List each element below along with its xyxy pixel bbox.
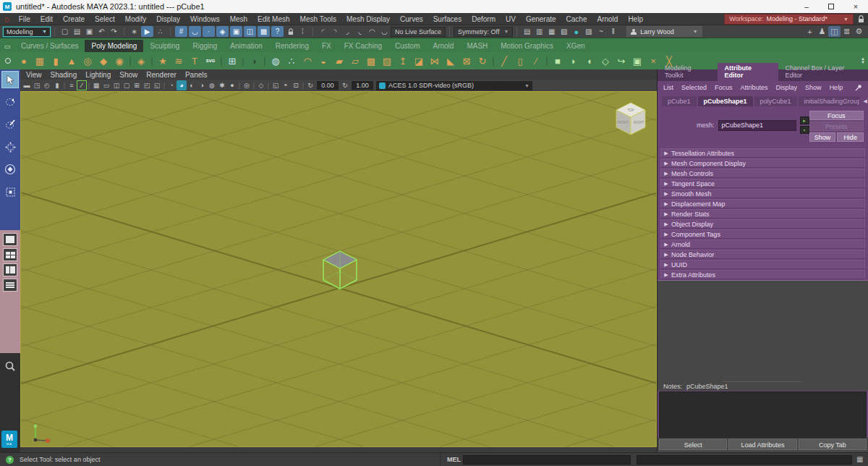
render-sequence-icon[interactable]: ▨ — [582, 26, 595, 37]
output-operations-icon[interactable]: ◟ — [354, 26, 366, 37]
gamma-field[interactable]: 1.00 — [352, 81, 373, 90]
boolean-icon[interactable]: ◑ — [246, 54, 262, 68]
chevron-left-icon[interactable]: ◀ — [864, 98, 867, 104]
camera-attributes-icon[interactable]: ◴ — [42, 80, 52, 90]
circularize-icon[interactable]: ◣ — [443, 54, 459, 68]
close-button[interactable]: × — [843, 0, 868, 13]
menu-item[interactable]: Help — [623, 15, 648, 23]
symmetrize-icon[interactable]: ↪ — [613, 54, 629, 68]
ipr-render-icon[interactable]: ▦ — [545, 26, 558, 37]
scale-tool-button[interactable] — [1, 183, 19, 200]
node-tab[interactable]: initialShadingGroup — [799, 96, 859, 106]
no-live-surface-dropdown[interactable]: No Live Surface — [391, 27, 446, 37]
duplicate-face-icon[interactable]: ▱ — [347, 54, 363, 68]
colorspace-dropdown[interactable]: ACES 1.0 SDR-video (sRGB) ▼ — [376, 81, 532, 90]
select-component-icon[interactable]: ∴ — [154, 26, 166, 37]
focus-button[interactable]: Focus — [809, 111, 864, 120]
channel-box-toggle-icon[interactable]: ⚙ — [853, 26, 865, 37]
shelf-tab[interactable]: Rendering — [269, 40, 315, 52]
move-tool-button[interactable] — [1, 138, 19, 156]
shelf-sep-icon[interactable]: | — [127, 54, 133, 68]
menu-item[interactable]: Cache — [561, 15, 592, 23]
attribute-section-header[interactable]: ▶ Smooth Mesh — [660, 189, 865, 198]
shelf-tab[interactable]: Arnold — [426, 40, 460, 52]
hypershade-icon[interactable]: ● — [570, 26, 582, 37]
menu-item[interactable]: Create — [58, 15, 90, 23]
field-chart-icon[interactable]: ⊞ — [132, 80, 142, 90]
select-camera-icon[interactable]: ▬ — [22, 80, 32, 90]
screen-space-ao-icon[interactable]: ✱ — [217, 80, 227, 90]
gamma-icon[interactable]: ↻ — [340, 80, 350, 90]
average-vertices-icon[interactable]: ▣ — [629, 54, 645, 68]
smooth-icon[interactable]: ▩ — [363, 54, 379, 68]
single-pane-layout-button[interactable] — [3, 233, 17, 246]
menu-item[interactable]: Edit Mesh — [252, 15, 294, 23]
swap-view-icon[interactable]: ◓ — [281, 80, 291, 90]
footer-button[interactable]: Copy Tab — [799, 439, 867, 450]
multi-cut-icon[interactable]: ■ — [550, 54, 566, 68]
pcube-mesh[interactable] — [320, 247, 360, 291]
film-gate-icon[interactable]: ▭ — [101, 80, 111, 90]
menu-item[interactable]: Deform — [467, 15, 501, 23]
snap-curve-icon[interactable]: ◡ — [189, 26, 201, 37]
outliner-layout-button[interactable] — [3, 279, 17, 292]
spin-edge-icon[interactable]: ↻ — [475, 54, 490, 68]
shelf-tab[interactable]: Motion Graphics — [494, 40, 560, 52]
outliner-zoom-button[interactable] — [0, 357, 20, 375]
menu-item[interactable]: Arnold — [592, 15, 623, 23]
attribute-section-header[interactable]: ▶ Component Tags — [660, 229, 865, 239]
poly-torus-icon[interactable]: ◎ — [80, 54, 95, 68]
pin-icon[interactable] — [855, 81, 868, 94]
input-operations-icon[interactable]: ◞ — [341, 26, 354, 37]
attribute-section-header[interactable]: ▶ Extra Attributes — [660, 270, 865, 279]
panel-tab[interactable]: Attribute Editor — [718, 63, 778, 81]
undo-icon[interactable]: ↶ — [95, 26, 108, 37]
shelf-tab[interactable]: MASH — [460, 40, 494, 52]
isolate-select-icon[interactable]: ◎ — [242, 80, 252, 90]
curve-warp-icon[interactable]: ≋ — [171, 54, 187, 68]
lock-selection-icon[interactable] — [284, 26, 297, 37]
exposure-field[interactable]: 0.00 — [317, 81, 339, 90]
input-connections-icon[interactable]: ◜ — [317, 26, 329, 37]
curve-snap-icon[interactable]: ◠ — [366, 26, 378, 37]
reduce-icon[interactable]: ▨ — [379, 54, 395, 68]
footer-button[interactable]: Load Attributes — [728, 439, 796, 450]
viewport-menu-item[interactable]: Shading — [51, 71, 83, 79]
shelf-tab[interactable]: FX Caching — [338, 40, 388, 52]
snap-grid-icon[interactable]: # — [175, 26, 187, 37]
sculpt-tool-icon[interactable]: ▯ — [512, 54, 528, 68]
menu-item[interactable]: Curves — [395, 15, 428, 23]
save-scene-icon[interactable]: ▣ — [83, 26, 95, 37]
shelf-tab[interactable]: Poly Modeling — [85, 40, 143, 52]
menu-item[interactable]: Edit — [35, 15, 58, 23]
bridge-icon[interactable]: ⋈ — [427, 54, 443, 68]
node-tab[interactable]: polyCube1 — [754, 96, 797, 106]
menu-item[interactable]: Display — [151, 15, 185, 23]
extrude-icon[interactable]: ↥ — [395, 54, 411, 68]
retopologize-icon[interactable]: ∴ — [284, 54, 299, 68]
tool-settings-toggle-icon[interactable]: ≣ — [841, 26, 853, 37]
viewport-menu-item[interactable]: View — [26, 71, 48, 79]
node-tab[interactable]: pCubeShape1 — [698, 96, 753, 106]
snap-view-plane-icon[interactable]: ▣ — [230, 26, 242, 37]
panel-tab[interactable]: Channel Box / Layer Editor — [778, 63, 868, 81]
attribute-section-header[interactable]: ▶ Object Display — [660, 219, 865, 229]
shelf-sep-icon[interactable]: | — [218, 54, 224, 68]
menu-item[interactable]: UV — [501, 15, 521, 23]
notes-textarea[interactable] — [659, 391, 867, 438]
shelf-tab[interactable]: Custom — [388, 40, 426, 52]
lock-camera-icon[interactable]: ◳ — [32, 80, 42, 90]
attribute-section-header[interactable]: ▶ Tangent Space — [660, 179, 865, 188]
user-account-dropdown[interactable]: Larry Wood ▼ — [626, 26, 702, 37]
menu-item[interactable]: Surfaces — [428, 15, 467, 23]
render-current-frame-icon[interactable]: ▥ — [533, 26, 545, 37]
shelf-tab[interactable]: FX — [315, 40, 338, 52]
ae-menu-item[interactable]: Focus — [715, 84, 733, 91]
workspace-selector[interactable]: Workspace: Modeling - Standard* ▼ — [724, 14, 854, 25]
shelf-tab[interactable]: Rigging — [186, 40, 224, 52]
type-tool-icon[interactable]: T — [187, 54, 203, 68]
poly-cylinder-icon[interactable]: ▮ — [48, 54, 64, 68]
menu-item[interactable]: Select — [90, 15, 120, 23]
collapse-edge-icon[interactable]: ⊠ — [459, 54, 475, 68]
viewport-canvas[interactable]: TOP FRONT RIGHT — [20, 92, 657, 447]
